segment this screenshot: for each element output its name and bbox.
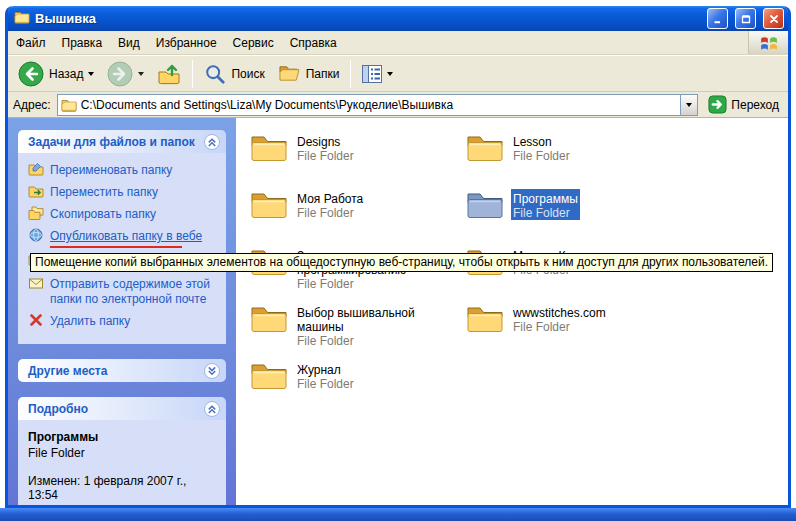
menu-help[interactable]: Справка (282, 31, 345, 54)
details-modified: Изменен: 1 февраля 2007 г., 13:54 (28, 474, 218, 502)
desktop: Вышивка Файл Правка Вид Избранное Сервис… (0, 0, 796, 521)
task-copy-folder[interactable]: Скопировать папку (28, 207, 218, 222)
folder-icon (250, 303, 288, 338)
back-label: Назад (49, 67, 83, 81)
collapse-chevron-up-icon[interactable] (203, 133, 221, 151)
folder-icon (250, 132, 288, 167)
go-label: Переход (731, 98, 779, 112)
toolbar-separator (192, 60, 193, 88)
copy-folder-icon (28, 206, 44, 220)
toolbar-separator (350, 60, 351, 88)
forward-dropdown-caret[interactable] (138, 72, 144, 76)
tooltip: Помещение копий выбранных элементов на о… (30, 253, 773, 272)
maximize-button[interactable] (735, 8, 756, 29)
move-folder-icon (28, 184, 44, 198)
file-tasks-title: Задачи для файлов и папок (28, 135, 203, 149)
go-button[interactable]: Переход (704, 95, 783, 114)
task-publish-folder[interactable]: Опубликовать папку в вебе (28, 229, 218, 244)
details-section: Подробно Программы File Folder Изменен: … (18, 397, 226, 505)
window-body: Задачи для файлов и папок Переименовать … (8, 118, 788, 505)
address-folder-icon (61, 98, 77, 112)
address-path: C:\Documents and Settings\Liza\My Docume… (81, 98, 677, 112)
maximize-icon (741, 14, 751, 24)
menu-tools[interactable]: Сервис (225, 31, 282, 54)
back-button[interactable]: Назад (13, 58, 99, 89)
other-places-header[interactable]: Другие места (18, 359, 226, 382)
views-dropdown-caret[interactable] (387, 72, 393, 76)
file-item-zhurnal[interactable]: ЖурналFile Folder (250, 360, 466, 417)
window-title: Вышивка (35, 11, 700, 26)
taskbar (0, 508, 796, 521)
file-item-programmy-selected[interactable]: ПрограммыFile Folder (466, 189, 682, 246)
address-bar: Адрес: C:\Documents and Settings\Liza\My… (8, 92, 788, 118)
window-folder-icon (14, 10, 30, 27)
folder-icon (466, 303, 504, 338)
folder-icon (250, 189, 288, 224)
address-label: Адрес: (13, 98, 51, 112)
file-item-vybor-mashiny[interactable]: Выбор вышивальной машиныFile Folder (250, 303, 466, 360)
up-button[interactable] (152, 58, 186, 89)
back-icon (18, 61, 44, 87)
menu-bar: Файл Правка Вид Избранное Сервис Справка (8, 31, 788, 55)
file-tasks-body: Переименовать папку Переместить папку Ск… (18, 153, 226, 344)
minimize-button[interactable] (707, 8, 728, 29)
file-item-designs[interactable]: DesignsFile Folder (250, 132, 466, 189)
go-icon (708, 95, 727, 114)
up-folder-icon (157, 62, 181, 86)
other-places-title: Другие места (28, 364, 203, 378)
details-folder-type: File Folder (28, 446, 218, 460)
rename-folder-icon (28, 162, 44, 176)
folder-icon-selected (466, 189, 504, 224)
search-label: Поиск (231, 67, 264, 81)
folders-icon (278, 63, 301, 84)
menu-edit[interactable]: Правка (54, 31, 111, 54)
forward-button[interactable] (102, 58, 149, 89)
expand-chevron-down-icon[interactable] (203, 362, 221, 380)
close-button[interactable] (763, 8, 784, 29)
folders-button[interactable]: Папки (273, 58, 345, 89)
folder-icon (466, 132, 504, 167)
address-dropdown-button[interactable] (680, 95, 697, 115)
task-pane: Задачи для файлов и папок Переименовать … (8, 118, 236, 505)
toolbar: Назад Поиск Папки (8, 55, 788, 92)
collapse-chevron-up-icon[interactable] (203, 400, 221, 418)
address-dropdown-caret (686, 103, 692, 107)
minimize-icon (713, 14, 723, 24)
search-icon (204, 63, 226, 85)
folders-label: Папки (306, 67, 340, 81)
file-tasks-header[interactable]: Задачи для файлов и папок (18, 130, 226, 153)
details-folder-name: Программы (28, 430, 218, 444)
email-icon (28, 276, 44, 290)
task-move-folder[interactable]: Переместить папку (28, 185, 218, 200)
folder-icon (250, 360, 288, 395)
task-email-folder[interactable]: Отправить содержимое этой папки по элект… (28, 277, 218, 307)
windows-logo-icon (748, 31, 788, 54)
menu-view[interactable]: Вид (110, 31, 148, 54)
task-delete-folder[interactable]: Удалить папку (28, 314, 218, 329)
details-title: Подробно (28, 402, 203, 416)
address-input[interactable]: C:\Documents and Settings\Liza\My Docume… (57, 94, 699, 116)
views-button[interactable] (357, 58, 398, 89)
back-dropdown-caret[interactable] (88, 72, 94, 76)
details-body: Программы File Folder Изменен: 1 февраля… (18, 420, 226, 505)
file-item-wwwstitches[interactable]: wwwstitches.comFile Folder (466, 303, 682, 360)
forward-icon (107, 61, 133, 87)
file-item-moya-rabota[interactable]: Моя РаботаFile Folder (250, 189, 466, 246)
red-annotation-underline (50, 246, 182, 248)
details-header[interactable]: Подробно (18, 397, 226, 420)
close-icon (769, 14, 779, 24)
other-places-section: Другие места (18, 359, 226, 382)
search-button[interactable]: Поиск (199, 58, 269, 89)
views-icon (362, 65, 382, 83)
publish-folder-web-icon (28, 228, 44, 242)
menu-favorites[interactable]: Избранное (148, 31, 225, 54)
title-bar[interactable]: Вышивка (8, 6, 788, 31)
file-item-lesson[interactable]: LessonFile Folder (466, 132, 682, 189)
menu-file[interactable]: Файл (8, 31, 54, 54)
file-list: DesignsFile Folder Моя РаботаFile Folder… (236, 118, 788, 505)
delete-red-x-icon (28, 313, 44, 327)
file-tasks-section: Задачи для файлов и папок Переименовать … (18, 130, 226, 344)
task-rename-folder[interactable]: Переименовать папку (28, 163, 218, 178)
